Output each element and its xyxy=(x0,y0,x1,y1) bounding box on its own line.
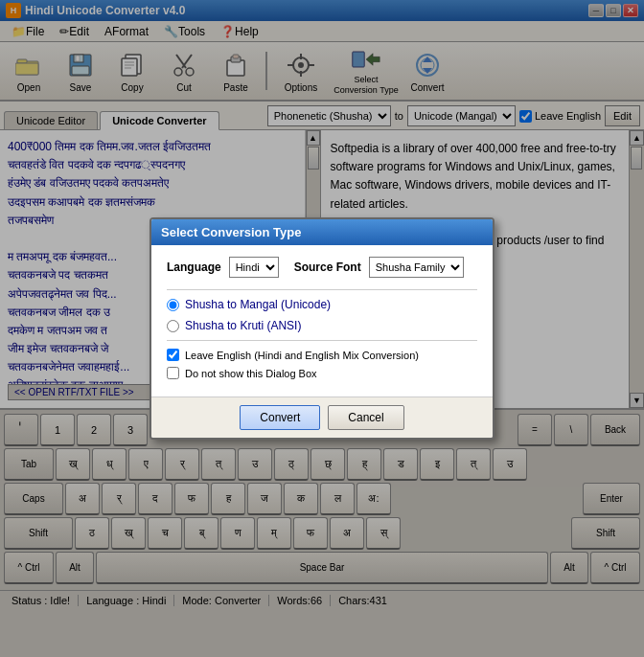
dialog-cancel-button[interactable]: Cancel xyxy=(328,405,403,430)
dialog-body: Language Hindi Source Font Shusha Family… xyxy=(151,245,493,396)
conversion-type-dialog: Select Conversion Type Language Hindi So… xyxy=(150,217,494,440)
dialog-footer: Convert Cancel xyxy=(151,396,493,438)
radio-shusha-mangal[interactable]: Shusha to Mangal (Unicode) xyxy=(167,298,477,311)
radio-shusha-kruti[interactable]: Shusha to Kruti (ANSI) xyxy=(167,319,477,332)
do-not-show-row: Do not show this Dialog Box xyxy=(167,367,477,379)
source-font-select[interactable]: Shusha Family xyxy=(369,257,464,278)
dialog-separator xyxy=(167,289,477,290)
dialog-overlay: Select Conversion Type Language Hindi So… xyxy=(0,0,644,657)
language-select[interactable]: Hindi xyxy=(229,257,279,278)
do-not-show-checkbox[interactable] xyxy=(167,367,179,379)
dialog-title-bar: Select Conversion Type xyxy=(151,219,493,245)
radio-shusha-kruti-input[interactable] xyxy=(167,320,179,332)
dialog-title-text: Select Conversion Type xyxy=(161,225,301,239)
dialog-separator-2 xyxy=(167,340,477,341)
dialog-language-row: Language Hindi Source Font Shusha Family xyxy=(167,257,477,278)
language-label: Language xyxy=(167,261,221,274)
leave-english-dialog-checkbox[interactable] xyxy=(167,349,179,361)
source-font-label: Source Font xyxy=(294,261,361,274)
radio-shusha-mangal-input[interactable] xyxy=(167,299,179,311)
leave-english-row: Leave English (Hindi and English Mix Con… xyxy=(167,349,477,361)
dialog-convert-button[interactable]: Convert xyxy=(240,405,320,430)
